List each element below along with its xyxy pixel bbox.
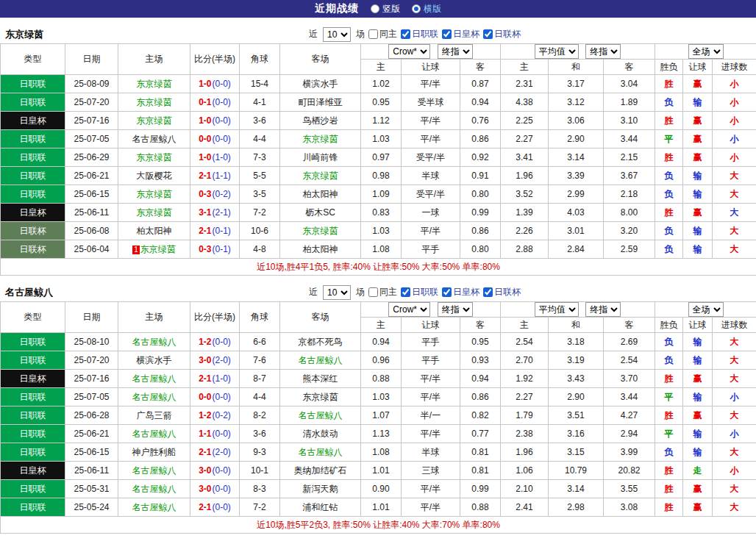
away-team-cell[interactable]: 鸟栖沙岩 [280, 112, 361, 130]
league-cell[interactable]: 日联杯 [1, 222, 65, 240]
away-team-cell[interactable]: 京都不死鸟 [280, 333, 361, 351]
home-team-cell[interactable]: 名古屋鲸八 [118, 333, 190, 351]
league-cell[interactable]: 日职联 [1, 148, 65, 167]
league-cell[interactable]: 日职联 [1, 388, 65, 406]
home-team-cell[interactable]: 东京绿茵 [118, 93, 190, 112]
league-cell[interactable]: 日皇杯 [1, 204, 65, 222]
score-cell[interactable]: 1-0(0-0) [190, 75, 240, 93]
avg-source-select[interactable]: 平均值 [535, 302, 579, 317]
score-cell[interactable]: 2-1(1-1) [190, 167, 240, 185]
layout-horizontal-option[interactable]: 横版 [412, 3, 441, 15]
away-team-cell[interactable]: 东京绿茵 [280, 222, 361, 240]
home-team-cell[interactable]: 大阪樱花 [118, 167, 190, 185]
home-team-cell[interactable]: 广岛三箭 [118, 406, 190, 425]
home-team-cell[interactable]: 东京绿茵 [118, 112, 190, 130]
same-home-filter[interactable]: 同主 [368, 28, 397, 40]
league-cell[interactable]: 日职联 [1, 93, 65, 112]
scope-select[interactable]: 全场 [688, 302, 724, 317]
layout-vertical-option[interactable]: 竖版 [371, 3, 400, 15]
league-filter-j1[interactable]: 日职联 [401, 28, 438, 40]
away-team-cell[interactable]: 名古屋鲸八 [280, 351, 361, 370]
score-cell[interactable]: 3-0(2-0) [190, 351, 240, 370]
odds-mode-select[interactable]: 终指 [438, 44, 473, 59]
league-cell[interactable]: 日职联 [1, 351, 65, 370]
away-team-cell[interactable]: 熊本深红 [280, 370, 361, 388]
league-cell[interactable]: 日皇杯 [1, 462, 65, 480]
league-emperor-cup-checkbox[interactable] [442, 287, 452, 297]
home-team-cell[interactable]: 名古屋鲸八 [118, 498, 190, 517]
score-cell[interactable]: 2-1(1-0) [190, 370, 240, 388]
match-count-select[interactable]: 10 [323, 27, 351, 42]
league-cell[interactable]: 日职联 [1, 333, 65, 351]
avg-mode-select[interactable]: 终指 [585, 44, 621, 59]
away-team-cell[interactable]: 町田泽维亚 [280, 93, 361, 112]
away-team-cell[interactable]: 东京绿茵 [280, 167, 361, 185]
away-team-cell[interactable]: 新泻天鹅 [280, 480, 361, 498]
score-cell[interactable]: 1-0(1-0) [190, 148, 240, 167]
league-cell[interactable]: 日联杯 [1, 240, 65, 259]
league-filter-league-cup[interactable]: 日联杯 [483, 28, 521, 40]
home-team-cell[interactable]: 名古屋鲸八 [118, 425, 190, 443]
score-cell[interactable]: 3-1(2-1) [190, 204, 240, 222]
away-team-cell[interactable]: 柏太阳神 [280, 185, 361, 204]
league-j1-checkbox[interactable] [401, 29, 410, 39]
home-team-cell[interactable]: 名古屋鲸八 [118, 480, 190, 498]
league-cell[interactable]: 日职联 [1, 75, 65, 93]
league-filter-league-cup[interactable]: 日联杯 [483, 286, 521, 298]
league-league-cup-checkbox[interactable] [483, 29, 493, 39]
radio-selected-icon[interactable] [412, 4, 421, 13]
home-team-cell[interactable]: 东京绿茵 [118, 75, 190, 93]
odds-source-select[interactable]: Crow* [388, 302, 430, 317]
score-cell[interactable]: 1-1(0-0) [190, 425, 240, 443]
away-team-cell[interactable]: 枥木SC [280, 204, 361, 222]
league-cell[interactable]: 日职联 [1, 185, 65, 204]
home-team-cell[interactable]: 名古屋鲸八 [118, 388, 190, 406]
same-home-checkbox[interactable] [368, 287, 378, 297]
league-emperor-cup-checkbox[interactable] [442, 29, 452, 39]
away-team-cell[interactable]: 东京绿茵 [280, 130, 361, 148]
league-cell[interactable]: 日职联 [1, 130, 65, 148]
league-cell[interactable]: 日职联 [1, 425, 65, 443]
home-team-cell[interactable]: 名古屋鲸八 [118, 370, 190, 388]
away-team-cell[interactable]: 东京绿茵 [280, 388, 361, 406]
league-cell[interactable]: 日职联 [1, 498, 65, 517]
score-cell[interactable]: 1-2(0-0) [190, 333, 240, 351]
away-team-cell[interactable]: 川崎前锋 [280, 148, 361, 167]
scope-select[interactable]: 全场 [688, 44, 724, 59]
same-home-filter[interactable]: 同主 [368, 286, 397, 298]
league-cell[interactable]: 日皇杯 [1, 112, 65, 130]
avg-source-select[interactable]: 平均值 [535, 44, 579, 59]
league-filter-emperor-cup[interactable]: 日皇杯 [442, 286, 479, 298]
away-team-cell[interactable]: 柏太阳神 [280, 240, 361, 259]
league-filter-emperor-cup[interactable]: 日皇杯 [442, 28, 479, 40]
score-cell[interactable]: 2-1(0-1) [190, 222, 240, 240]
league-cell[interactable]: 日职联 [1, 443, 65, 462]
score-cell[interactable]: 3-0(0-0) [190, 462, 240, 480]
away-team-cell[interactable]: 名古屋鲸八 [280, 406, 361, 425]
home-team-cell[interactable]: 1东京绿茵 [118, 240, 190, 259]
score-cell[interactable]: 2-1(2-0) [190, 443, 240, 462]
score-cell[interactable]: 3-0(0-0) [190, 480, 240, 498]
odds-mode-select[interactable]: 终指 [438, 302, 473, 317]
score-cell[interactable]: 0-0(0-0) [190, 388, 240, 406]
score-cell[interactable]: 1-0(0-0) [190, 112, 240, 130]
home-team-cell[interactable]: 东京绿茵 [118, 185, 190, 204]
score-cell[interactable]: 0-3(0-2) [190, 185, 240, 204]
score-cell[interactable]: 1-2(0-2) [190, 406, 240, 425]
home-team-cell[interactable]: 名古屋鲸八 [118, 130, 190, 148]
score-cell[interactable]: 0-3(0-1) [190, 240, 240, 259]
same-home-checkbox[interactable] [368, 29, 378, 39]
away-team-cell[interactable]: 浦和红钻 [280, 498, 361, 517]
league-cell[interactable]: 日职联 [1, 406, 65, 425]
home-team-cell[interactable]: 神户胜利船 [118, 443, 190, 462]
league-cell[interactable]: 日职联 [1, 480, 65, 498]
league-cell[interactable]: 日职联 [1, 167, 65, 185]
match-count-select[interactable]: 10 [323, 285, 351, 300]
score-cell[interactable]: 2-1(0-0) [190, 498, 240, 517]
score-cell[interactable]: 0-0(0-0) [190, 130, 240, 148]
away-team-cell[interactable]: 清水鼓动 [280, 425, 361, 443]
home-team-cell[interactable]: 东京绿茵 [118, 204, 190, 222]
home-team-cell[interactable]: 柏太阳神 [118, 222, 190, 240]
away-team-cell[interactable]: 名古屋鲸八 [280, 443, 361, 462]
score-cell[interactable]: 0-1(0-0) [190, 93, 240, 112]
